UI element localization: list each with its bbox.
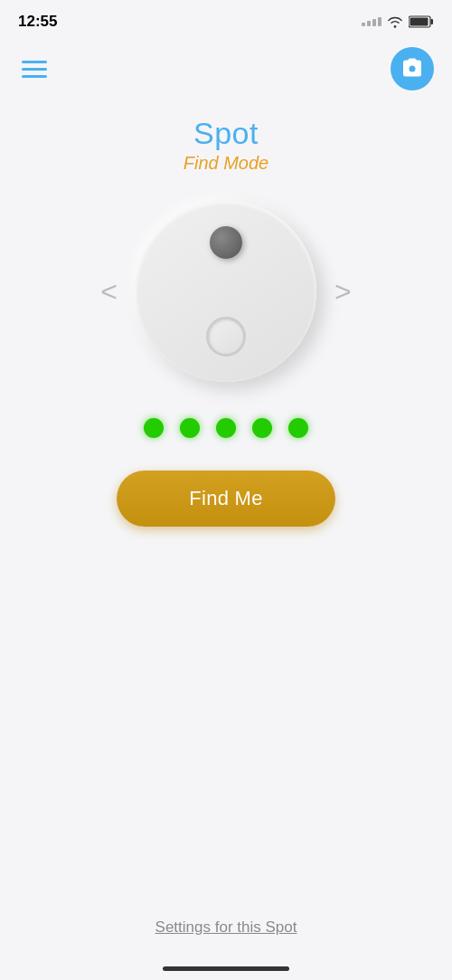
- find-me-button[interactable]: Find Me: [117, 471, 335, 527]
- menu-button[interactable]: [18, 57, 51, 81]
- camera-button[interactable]: [391, 47, 434, 90]
- device-circle: [136, 201, 316, 382]
- hamburger-line-2: [22, 68, 47, 71]
- wifi-icon: [387, 15, 403, 28]
- status-time: 12:55: [18, 13, 57, 31]
- signal-indicators: [144, 418, 308, 438]
- signal-dot-5: [288, 418, 308, 438]
- hamburger-line-3: [22, 75, 47, 78]
- signal-dot-1: [144, 418, 164, 438]
- device-top-dot: [210, 226, 242, 259]
- cellular-signal-icon: [362, 17, 381, 26]
- status-icons: [362, 15, 434, 28]
- battery-icon: [409, 15, 434, 28]
- main-content: Spot Find Mode < > Find Me: [0, 98, 452, 527]
- right-arrow-button[interactable]: >: [316, 275, 370, 309]
- signal-dot-4: [252, 418, 272, 438]
- find-mode-label: Find Mode: [184, 153, 269, 174]
- hamburger-line-1: [22, 61, 47, 63]
- left-arrow-button[interactable]: <: [82, 275, 136, 309]
- device-bottom-ring: [206, 317, 246, 357]
- spot-title: Spot: [193, 116, 259, 151]
- camera-icon: [401, 58, 423, 80]
- signal-dot-3: [216, 418, 236, 438]
- svg-rect-2: [410, 18, 428, 26]
- settings-link-container: Settings for this Spot: [0, 918, 452, 937]
- settings-link[interactable]: Settings for this Spot: [155, 918, 297, 936]
- svg-rect-1: [431, 19, 434, 24]
- status-bar: 12:55: [0, 0, 452, 40]
- device-area: < >: [0, 201, 452, 382]
- home-indicator: [163, 966, 289, 971]
- top-nav: [0, 40, 452, 98]
- signal-dot-2: [180, 418, 200, 438]
